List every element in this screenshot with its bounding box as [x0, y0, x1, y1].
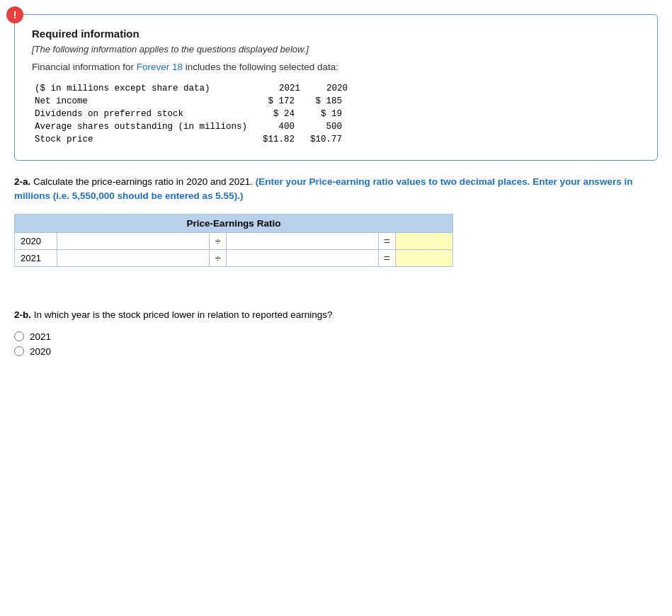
- radio-label-2021: 2021: [30, 331, 51, 342]
- per-equals-2021: =: [379, 250, 396, 266]
- per-input2-2021[interactable]: [227, 250, 379, 266]
- row-value-2020: $10.77: [307, 133, 355, 146]
- per-row-2020: 2020 ÷ =: [15, 233, 452, 250]
- row-value-2020: 500: [307, 120, 355, 133]
- required-info-desc: Financial information for Forever 18 inc…: [32, 62, 640, 72]
- question-2a-label: 2-a.: [14, 176, 30, 187]
- table-row: Dividends on preferred stock $ 24 $ 19: [32, 108, 355, 120]
- per-year-label-2020: 2020: [15, 233, 57, 249]
- table-header-2020: 2020: [307, 82, 355, 95]
- per-input1-2021[interactable]: [57, 250, 210, 266]
- radio-2020[interactable]: [14, 346, 24, 356]
- radio-group-2b: 2021 2020: [14, 331, 658, 357]
- alert-icon: !: [6, 6, 23, 23]
- question-2b: 2-b. In which year is the stock priced l…: [14, 309, 658, 320]
- per-table-header: Price-Earnings Ratio: [15, 215, 452, 233]
- table-header-2021: 2021: [260, 82, 307, 95]
- per-result-2021[interactable]: [396, 250, 452, 266]
- question-2b-text: In which year is the stock priced lower …: [31, 309, 332, 320]
- row-label: Net income: [32, 95, 260, 108]
- question-2a: 2-a. Calculate the price-earnings ratio …: [14, 175, 658, 204]
- row-value-2020: $ 19: [307, 108, 355, 120]
- row-value-2021: 400: [260, 120, 307, 133]
- question-2b-label: 2-b.: [14, 309, 31, 320]
- required-info-box: ! Required information [The following in…: [14, 14, 658, 161]
- question-2a-text-normal: Calculate the price-earnings ratio in 20…: [30, 176, 255, 187]
- per-result-2020[interactable]: [396, 233, 452, 249]
- required-info-subtitle: [The following information applies to th…: [32, 44, 640, 55]
- desc-highlight: Forever 18: [137, 62, 183, 72]
- per-table-wrapper: Price-Earnings Ratio 2020 ÷ = 2021 ÷ =: [14, 214, 453, 267]
- per-equals-2020: =: [379, 233, 396, 249]
- row-label: Average shares outstanding (in millions): [32, 120, 260, 133]
- per-year-label-2021: 2021: [15, 250, 57, 266]
- per-operator-2020: ÷: [210, 233, 227, 249]
- table-row: Net income $ 172 $ 185: [32, 95, 355, 108]
- radio-label-2020: 2020: [30, 346, 51, 357]
- desc-suffix: includes the following selected data:: [183, 62, 338, 72]
- row-label: Dividends on preferred stock: [32, 108, 260, 120]
- row-value-2021: $11.82: [260, 133, 307, 146]
- required-info-title: Required information: [32, 28, 640, 40]
- financial-data-table: ($ in millions except share data) 2021 2…: [32, 82, 355, 146]
- table-header-desc: ($ in millions except share data): [32, 82, 260, 95]
- row-label: Stock price: [32, 133, 260, 146]
- per-row-2021: 2021 ÷ =: [15, 250, 452, 266]
- table-row: Stock price $11.82 $10.77: [32, 133, 355, 146]
- per-input2-2020[interactable]: [227, 233, 379, 249]
- row-value-2020: $ 185: [307, 95, 355, 108]
- radio-2021[interactable]: [14, 331, 24, 341]
- radio-option-2021[interactable]: 2021: [14, 331, 658, 342]
- table-row: Average shares outstanding (in millions)…: [32, 120, 355, 133]
- question-2b-section: 2-b. In which year is the stock priced l…: [14, 309, 658, 357]
- desc-prefix: Financial information for: [32, 62, 137, 72]
- per-operator-2021: ÷: [210, 250, 227, 266]
- row-value-2021: $ 172: [260, 95, 307, 108]
- row-value-2021: $ 24: [260, 108, 307, 120]
- radio-option-2020[interactable]: 2020: [14, 346, 658, 357]
- per-input1-2020[interactable]: [57, 233, 210, 249]
